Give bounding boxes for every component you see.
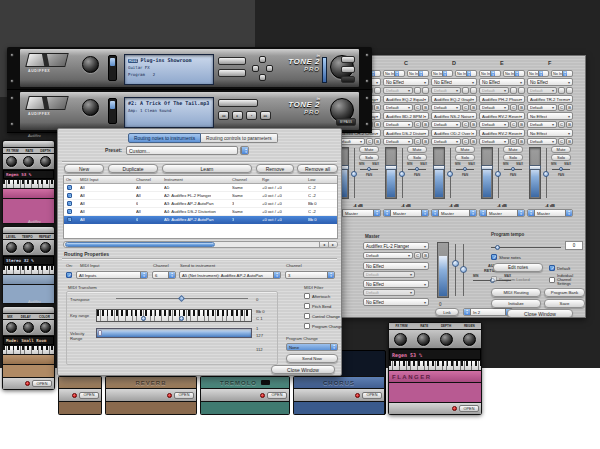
stepper-icon[interactable] — [565, 210, 572, 216]
effect-slot-select[interactable]: Audiffex BD-2 BPM Delay — [383, 112, 429, 120]
table-row[interactable]: All All A4: Audiffex DS-2 Distortion Sam… — [64, 208, 337, 216]
stepper-icon[interactable] — [373, 210, 380, 216]
compare-button[interactable]: C — [414, 104, 421, 111]
midi-routing-button[interactable]: MIDI Routing — [491, 288, 541, 297]
preset-select[interactable]: Custom... — [126, 146, 238, 155]
program-tempo-slider[interactable] — [491, 245, 561, 250]
preset-select[interactable]: Default — [479, 121, 509, 128]
compare-button[interactable] — [414, 87, 421, 94]
row-enabled-checkbox[interactable] — [67, 209, 72, 214]
bypass-button[interactable] — [518, 87, 525, 94]
mute-button[interactable]: Mute — [503, 146, 523, 153]
pan-mini-slider[interactable] — [504, 167, 522, 172]
master-fader-handle[interactable] — [452, 260, 459, 267]
solo-button[interactable]: Solo — [503, 154, 523, 161]
bypass-button[interactable]: B — [566, 121, 573, 128]
song-select-button[interactable] — [218, 99, 258, 107]
stepper-icon[interactable] — [418, 71, 423, 76]
bypass-button[interactable]: BYPASS — [336, 118, 356, 126]
key-high-handle[interactable] — [179, 316, 184, 321]
remove-button[interactable]: Remove — [256, 164, 294, 173]
preset-stepper[interactable] — [240, 146, 249, 155]
effect-slot-select[interactable]: Audiffex OD-2 Over Drive — [431, 129, 477, 137]
stepper-icon[interactable] — [330, 344, 337, 350]
effect-slot-select[interactable]: No Effect — [527, 129, 573, 137]
output-bus-select[interactable]: Master — [383, 209, 429, 217]
preset-select[interactable]: Default — [527, 138, 557, 145]
remove-all-button[interactable]: Remove all — [297, 164, 338, 173]
tempo-knob[interactable] — [23, 242, 34, 253]
effect-slot-select[interactable]: Audiffex RV-2 Reverb — [479, 129, 525, 137]
edit-notes-button[interactable]: Edit notes — [493, 263, 543, 272]
table-row[interactable]: All 6 A3: Audiffex AP-2 AutoPan 3 +0 oct… — [64, 200, 337, 208]
input-gain-knob[interactable] — [82, 99, 99, 116]
stepper-icon[interactable] — [517, 210, 524, 216]
effect-slot-select[interactable]: Audiffex PH-2 Phaser — [479, 95, 525, 103]
bypass-button[interactable]: B — [470, 121, 477, 128]
transpose-slider[interactable] — [116, 296, 248, 301]
input-select[interactable]: No In — [431, 70, 453, 77]
control-change-checkbox[interactable]: Control Change — [304, 313, 340, 319]
bypass-button[interactable]: B — [422, 121, 429, 128]
solo-button[interactable]: Solo — [551, 154, 571, 161]
row-enabled-checkbox[interactable] — [67, 217, 72, 222]
duplicate-button[interactable]: Duplicate — [108, 164, 158, 173]
fader-handle[interactable] — [433, 165, 445, 170]
next-icon[interactable]: ▸▸ — [260, 111, 271, 120]
stepper-icon[interactable] — [466, 71, 471, 76]
compare-button[interactable]: C — [510, 138, 517, 145]
preset-select[interactable]: Default — [431, 87, 461, 94]
mute-button[interactable]: Mute — [407, 146, 427, 153]
close-window-button[interactable]: Close Window — [271, 365, 335, 374]
output-bus-select[interactable]: Master — [527, 209, 573, 217]
close-window-button[interactable]: Close Window — [507, 309, 573, 318]
open-pedal-button[interactable]: OPEN — [174, 392, 194, 399]
table-row[interactable]: All 6 A5: Audiffex AP-2 AutoPan 3 +0 oct… — [64, 216, 337, 224]
volume-fader[interactable] — [481, 147, 493, 199]
effect-slot-select[interactable]: Audiffex NS-2 Noise Gate — [431, 112, 477, 120]
preset-select[interactable]: Default — [431, 138, 461, 145]
level-knob[interactable] — [6, 242, 17, 253]
channel2-select[interactable]: 3 — [285, 271, 335, 279]
stepper-icon[interactable] — [469, 210, 476, 216]
bypass-button[interactable]: B — [566, 138, 573, 145]
master-fader[interactable] — [435, 242, 469, 300]
master-preset-select[interactable]: Default — [363, 289, 415, 296]
aftertouch-checkbox[interactable]: Aftertouch — [304, 293, 330, 299]
play-icon[interactable]: ▸ — [232, 111, 243, 120]
compare-button[interactable]: C — [558, 104, 565, 111]
compare-button[interactable]: C — [414, 121, 421, 128]
preset-select[interactable]: Default — [479, 87, 509, 94]
program-change-select[interactable]: None — [286, 343, 338, 351]
bypass-button[interactable]: B — [422, 138, 429, 145]
effect-slot-select[interactable]: Audiffex EQ-2 Graphic — [431, 95, 477, 103]
pan-mini-slider[interactable] — [408, 167, 426, 172]
stop-icon[interactable]: ▪ — [246, 111, 257, 120]
bypass-button[interactable] — [470, 87, 477, 94]
open-pedal-button[interactable]: OPEN — [362, 392, 382, 399]
insert-effect-select[interactable]: No Effect — [527, 78, 573, 86]
bypass-button[interactable]: B — [470, 104, 477, 111]
individual-channel-checkbox[interactable]: Individual Channel Settings — [549, 274, 585, 287]
volume-fader[interactable] — [385, 147, 397, 199]
regen-knob[interactable] — [463, 333, 476, 346]
midi-input-select[interactable]: All Inputs — [76, 271, 148, 279]
default-checkbox[interactable]: Default — [549, 265, 570, 271]
dpad-left-button[interactable] — [252, 65, 259, 72]
small-button[interactable] — [341, 56, 355, 63]
bypass-button[interactable]: B — [518, 121, 525, 128]
stepper-icon[interactable] — [490, 71, 495, 76]
compare-button[interactable] — [558, 87, 565, 94]
pan-mini-slider[interactable] — [552, 167, 570, 172]
routing-on-checkbox[interactable] — [66, 272, 72, 278]
preset-select[interactable]: Default — [383, 87, 413, 94]
bypass-button[interactable]: B — [422, 252, 429, 259]
open-pedal-button[interactable]: OPEN — [459, 405, 479, 412]
effect-slot-select[interactable]: Audiffex DS-2 Distortion — [383, 129, 429, 137]
effect-slot-select[interactable]: No Effect — [527, 112, 573, 120]
table-row[interactable]: All All A2: Audiffex FL-2 Flanger Same +… — [64, 192, 337, 200]
power-button[interactable] — [341, 76, 355, 83]
stepper-icon[interactable] — [538, 71, 543, 76]
mix-knob[interactable] — [6, 322, 17, 333]
bypass-button[interactable]: B — [422, 104, 429, 111]
